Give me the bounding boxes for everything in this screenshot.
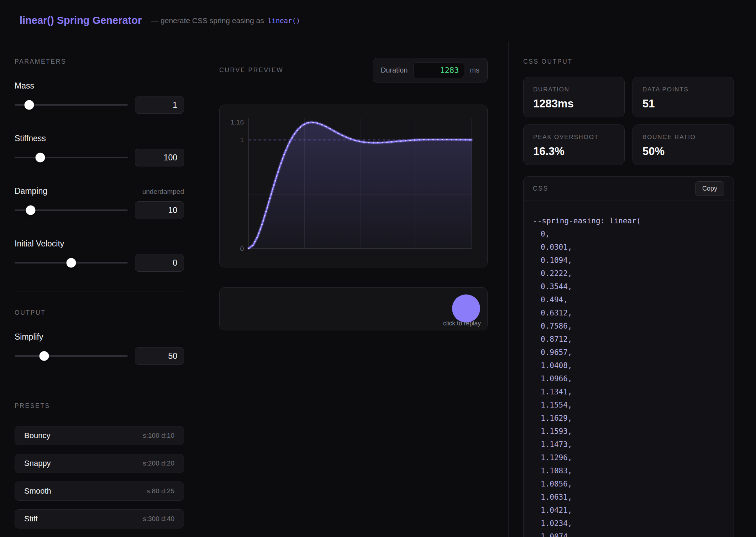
spring-ball[interactable]: [452, 294, 480, 323]
simplify-slider-thumb[interactable]: [39, 351, 49, 361]
preset-detail: s:200 d:20: [143, 459, 174, 467]
stat-bounce-ratio: BOUNCE RATIO 50%: [632, 124, 734, 165]
axis-label-zero: 0: [222, 245, 244, 253]
damping-note: underdamped: [142, 188, 184, 196]
velocity-label: Initial Velocity: [15, 239, 64, 249]
stiffness-slider[interactable]: [15, 149, 128, 166]
stiffness-value-input[interactable]: 100: [135, 149, 184, 166]
velocity-slider-thumb[interactable]: [67, 258, 76, 268]
stat-label: PEAK OVERSHOOT: [533, 134, 615, 141]
css-panel-title: CSS: [533, 185, 548, 192]
css-code-panel: CSS Copy --spring-easing: linear( 0,0.03…: [523, 176, 734, 537]
replay-area[interactable]: click to replay: [219, 287, 488, 330]
css-output-heading: CSS OUTPUT: [523, 58, 734, 65]
preset-label: Bouncy: [24, 431, 50, 440]
css-panel-header: CSS Copy: [524, 177, 734, 201]
preset-snappy[interactable]: Snappy s:200 d:20: [15, 454, 184, 473]
parameters-heading: PARAMETERS: [15, 58, 184, 65]
param-simplify: Simplify 50: [15, 332, 184, 365]
copy-button[interactable]: Copy: [695, 181, 724, 196]
stat-label: BOUNCE RATIO: [642, 134, 724, 141]
code-value-line: 0,: [533, 228, 724, 241]
stiffness-label: Stiffness: [15, 134, 46, 143]
code-value-line: 1.1629,: [533, 412, 724, 425]
css-output-column: CSS OUTPUT DURATION 1283ms DATA POINTS 5…: [509, 41, 756, 537]
main-area: PARAMETERS Mass 1 Stiffness: [0, 41, 756, 537]
app-title: linear() Spring Generator: [20, 15, 142, 26]
code-value-line: 1.0074,: [533, 530, 724, 537]
output-heading: OUTPUT: [15, 309, 184, 317]
curve-chart: [220, 105, 487, 267]
code-value-line: 1.1341,: [533, 386, 724, 399]
presets-heading: PRESETS: [15, 402, 184, 410]
duration-control: Duration 1283 ms: [373, 58, 488, 83]
stat-data-points: DATA POINTS 51: [632, 77, 734, 117]
code-value-line: 1.1083,: [533, 464, 724, 478]
preset-smooth[interactable]: Smooth s:80 d:25: [15, 482, 184, 501]
section-divider: [15, 292, 184, 292]
duration-label: Duration: [381, 66, 408, 74]
curve-preview-heading: CURVE PREVIEW: [219, 67, 283, 74]
duration-unit: ms: [470, 66, 479, 74]
preset-label: Smooth: [24, 487, 51, 496]
code-value-line: 1.0408,: [533, 359, 724, 372]
code-value-line: 1.0234,: [533, 517, 724, 530]
preview-column: CURVE PREVIEW Duration 1283 ms: [200, 41, 509, 537]
stat-duration: DURATION 1283ms: [523, 77, 625, 117]
stat-value: 16.3%: [533, 145, 615, 158]
code-value-line: 0.0301,: [533, 241, 724, 254]
code-value-line: 1.1296,: [533, 451, 724, 464]
app-subtitle: — generate CSS spring easing as linear(): [151, 16, 300, 25]
axis-label-max: 1.16: [222, 118, 244, 126]
replay-hint: click to replay: [443, 320, 481, 327]
subtitle-code: linear(): [268, 17, 300, 25]
code-value-line: 1.1473,: [533, 438, 724, 451]
damping-slider[interactable]: [15, 201, 128, 219]
mass-value-input[interactable]: 1: [135, 96, 184, 114]
code-value-line: 0.8712,: [533, 333, 724, 346]
preset-detail: s:100 d:10: [143, 432, 174, 440]
app-header: linear() Spring Generator — generate CSS…: [0, 0, 756, 41]
duration-input[interactable]: 1283: [413, 62, 464, 78]
code-value-line: 0.2222,: [533, 267, 724, 280]
curve-chart-panel: 1.16 1 0: [219, 105, 488, 267]
code-value-line: 1.0966,: [533, 372, 724, 386]
simplify-slider[interactable]: [15, 347, 128, 365]
preview-header: CURVE PREVIEW Duration 1283 ms: [219, 58, 488, 83]
velocity-slider[interactable]: [15, 254, 128, 272]
mass-label: Mass: [15, 81, 34, 91]
stat-label: DATA POINTS: [642, 86, 724, 93]
preset-bouncy[interactable]: Bouncy s:100 d:10: [15, 426, 184, 445]
damping-value-input[interactable]: 10: [135, 201, 184, 219]
param-damping: Damping underdamped 10: [15, 186, 184, 219]
code-value-line: 0.6312,: [533, 307, 724, 320]
stat-label: DURATION: [533, 86, 615, 93]
stiffness-slider-track: [15, 157, 128, 158]
stiffness-slider-thumb[interactable]: [35, 153, 45, 163]
damping-slider-thumb[interactable]: [26, 206, 35, 215]
mass-slider[interactable]: [15, 96, 128, 114]
parameters-panel: PARAMETERS Mass 1 Stiffness: [0, 41, 200, 537]
stat-peak-overshoot: PEAK OVERSHOOT 16.3%: [523, 124, 625, 165]
stat-value: 51: [642, 97, 724, 110]
stat-value: 1283ms: [533, 97, 615, 110]
code-value-line: 1.1593,: [533, 425, 724, 438]
param-mass: Mass 1: [15, 81, 184, 114]
code-first-line: --spring-easing: linear(: [533, 214, 724, 228]
preset-label: Stiff: [24, 514, 38, 523]
preset-detail: s:80 d:25: [147, 487, 174, 495]
preset-stiff[interactable]: Stiff s:300 d:40: [15, 509, 184, 528]
simplify-label: Simplify: [15, 332, 43, 342]
velocity-value-input[interactable]: 0: [135, 254, 184, 272]
stat-value: 50%: [642, 145, 724, 158]
code-value-line: 1.0631,: [533, 491, 724, 504]
code-value-line: 0.7586,: [533, 320, 724, 333]
code-value-line: 1.0856,: [533, 478, 724, 491]
simplify-value-input[interactable]: 50: [135, 347, 184, 365]
mass-slider-thumb[interactable]: [25, 100, 34, 110]
section-divider: [15, 385, 184, 385]
css-code-block: --spring-easing: linear( 0,0.0301,0.1094…: [524, 201, 734, 537]
stats-grid: DURATION 1283ms DATA POINTS 51 PEAK OVER…: [523, 77, 734, 165]
code-value-line: 1.0421,: [533, 504, 724, 517]
simplify-slider-track: [15, 355, 128, 357]
